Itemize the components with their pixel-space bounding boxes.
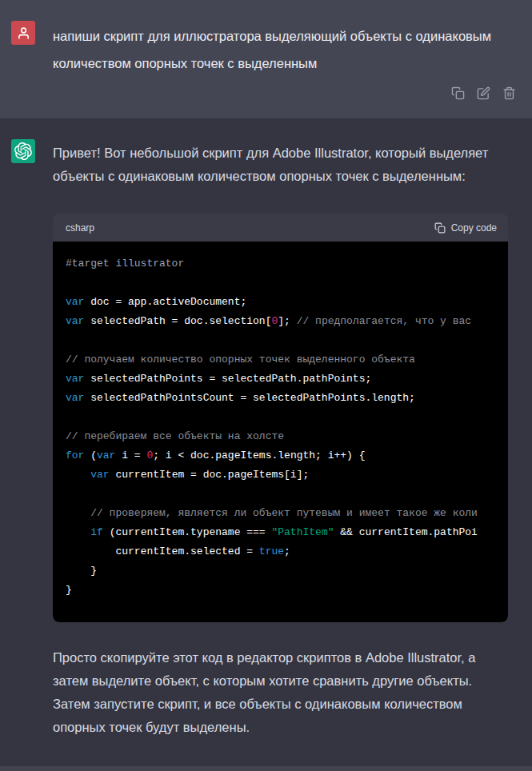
code-line: // проверяем, является ли объект путевым… <box>66 504 495 523</box>
input-area-edge <box>0 766 532 771</box>
code-block-header: csharp Copy code <box>53 214 508 242</box>
code-line <box>66 408 495 427</box>
assistant-message: Привет! Вот небольшой скрипт для Adobe I… <box>0 118 532 766</box>
user-message: напиши скрипт для иллюстратора выделяющи… <box>0 0 532 118</box>
code-line: // перебираем все объекты на холсте <box>66 427 495 446</box>
message-actions <box>11 86 518 100</box>
user-icon <box>17 26 30 40</box>
code-line: var selectedPath = doc.selection[0]; // … <box>66 312 495 331</box>
code-line: } <box>66 581 495 600</box>
code-block: csharp Copy code #target illustratorvar … <box>53 214 508 622</box>
code-line: #target illustrator <box>66 254 495 274</box>
code-line <box>66 274 495 293</box>
code-line: // получаем количество опорных точек выд… <box>66 350 495 370</box>
assistant-intro-text: Привет! Вот небольшой скрипт для Adobe I… <box>53 139 507 188</box>
code-line <box>66 331 495 350</box>
copy-icon <box>451 90 465 102</box>
code-line: var selectedPathPointsCount = selectedPa… <box>66 389 495 408</box>
copy-code-button[interactable]: Copy code <box>434 222 497 234</box>
assistant-avatar <box>11 139 35 163</box>
code-content: #target illustratorvar doc = app.activeD… <box>66 254 495 600</box>
edit-message-button[interactable] <box>477 86 490 100</box>
copy-code-label: Copy code <box>451 222 497 234</box>
code-language-label: csharp <box>66 222 94 234</box>
user-avatar <box>11 21 35 45</box>
code-line: currentItem.selected = true; <box>66 542 495 561</box>
code-line: } <box>66 561 495 581</box>
assistant-outro-text: Просто скопируйте этот код в редактор ск… <box>53 644 507 739</box>
code-line: for (var i = 0; i < doc.pageItems.length… <box>66 446 495 465</box>
user-message-text: напиши скрипт для иллюстратора выделяющи… <box>53 21 501 77</box>
chat-app: напиши скрипт для иллюстратора выделяющи… <box>0 0 532 771</box>
code-scroll-area[interactable]: #target illustratorvar doc = app.activeD… <box>53 242 508 622</box>
edit-icon <box>477 90 490 102</box>
code-line: if (currentItem.typename === "PathItem" … <box>66 523 495 542</box>
trash-icon <box>502 90 516 102</box>
openai-logo-icon <box>14 142 32 160</box>
code-line: var doc = app.activeDocument; <box>66 293 495 312</box>
copy-message-button[interactable] <box>451 86 465 100</box>
code-line: var currentItem = doc.pageItems[i]; <box>66 465 495 485</box>
code-line: var selectedPathPoints = selectedPath.pa… <box>66 370 495 389</box>
code-line <box>66 485 495 504</box>
delete-message-button[interactable] <box>502 86 516 100</box>
copy-icon <box>434 222 446 234</box>
